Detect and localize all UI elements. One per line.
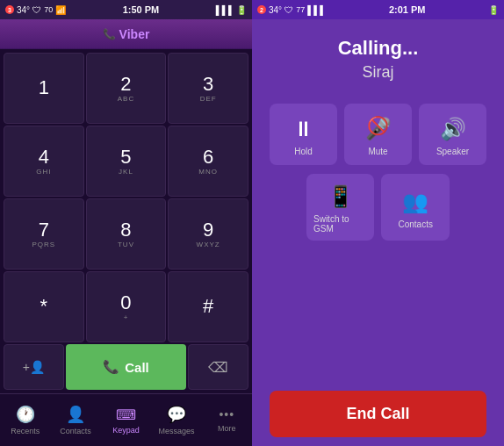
viber-logo: Viber bbox=[103, 27, 150, 41]
key-num-6: 6 bbox=[203, 147, 213, 167]
dial-key-6[interactable]: 6 MNO bbox=[168, 126, 248, 197]
speaker-button[interactable]: 🔊 Speaker bbox=[419, 104, 486, 165]
viber-header: Viber bbox=[0, 19, 252, 49]
key-letters-7: PQRS bbox=[32, 241, 55, 248]
nav-item-keypad[interactable]: ⌨ Keypad bbox=[101, 394, 151, 446]
dial-key-9[interactable]: 9 WXYZ bbox=[168, 198, 248, 270]
key-num-hash: # bbox=[203, 297, 213, 316]
key-letters-5: JKL bbox=[119, 168, 133, 176]
key-num-2: 2 bbox=[120, 75, 131, 94]
call-button[interactable]: 📞 Call bbox=[66, 344, 187, 390]
signal-indicator-left: 3 bbox=[5, 5, 14, 14]
backspace-button[interactable]: ⌫ bbox=[188, 344, 248, 390]
keypad-icon: ⌨ bbox=[116, 406, 136, 423]
status-left-right: 2 34° 🛡 77 ▌▌▌ bbox=[257, 5, 326, 15]
key-num-8: 8 bbox=[120, 220, 131, 240]
controls-row-2: 📱 Switch to GSM 👥 Contacts bbox=[306, 174, 450, 241]
shield-num-left: 70 bbox=[44, 5, 53, 14]
key-letters-4: GHI bbox=[36, 168, 51, 176]
dial-key-2[interactable]: 2 ABC bbox=[86, 53, 167, 124]
right-status-left: ▌▌▌ 🔋 bbox=[216, 5, 247, 15]
mute-label: Mute bbox=[368, 147, 387, 156]
mute-button[interactable]: 🎤🚫 Mute bbox=[344, 104, 412, 165]
recents-icon: 🕐 bbox=[16, 405, 35, 424]
key-num-1: 1 bbox=[39, 78, 49, 97]
mute-icon: 🎤🚫 bbox=[365, 117, 392, 141]
dial-key-4[interactable]: 4 GHI bbox=[4, 126, 84, 197]
status-bar-right: 2 34° 🛡 77 ▌▌▌ 2:01 PM 🔋 bbox=[252, 0, 504, 19]
call-label: Call bbox=[125, 360, 149, 375]
key-letters-9: WXYZ bbox=[197, 241, 220, 248]
calling-status: Calling... bbox=[252, 37, 504, 60]
bottom-nav: 🕐 Recents 👤 Contacts ⌨ Keypad 💬 Messages… bbox=[0, 393, 252, 446]
dial-key-8[interactable]: 8 TUV bbox=[86, 198, 167, 270]
nav-item-more[interactable]: ••• More bbox=[202, 394, 252, 446]
shield-icon-right: 🛡 bbox=[284, 5, 293, 15]
key-num-9: 9 bbox=[203, 220, 213, 240]
temp-left: 34° bbox=[17, 5, 30, 15]
phone-icon-left: 📶 bbox=[55, 5, 66, 15]
nav-item-messages[interactable]: 💬 Messages bbox=[151, 394, 201, 446]
key-letters-6: MNO bbox=[198, 168, 218, 176]
time-left: 1:50 PM bbox=[123, 4, 160, 15]
speaker-icon: 🔊 bbox=[440, 117, 466, 141]
more-icon: ••• bbox=[219, 407, 234, 421]
end-call-button[interactable]: End Call bbox=[270, 391, 486, 437]
add-contact-button[interactable]: +👤 bbox=[4, 344, 64, 390]
messages-label: Messages bbox=[158, 427, 194, 435]
key-letters-0: + bbox=[124, 313, 129, 321]
dial-key-0[interactable]: 0 + bbox=[86, 271, 167, 342]
more-label: More bbox=[218, 424, 236, 433]
contacts-icon: 👤 bbox=[66, 405, 85, 424]
controls-row-1: ⏸ Hold 🎤🚫 Mute 🔊 Speaker bbox=[270, 104, 486, 165]
dial-key-hash[interactable]: # bbox=[168, 271, 248, 342]
key-letters-3: DEF bbox=[200, 95, 217, 103]
key-letters-8: TUV bbox=[118, 241, 134, 248]
switch-gsm-button[interactable]: 📱 Switch to GSM bbox=[306, 174, 375, 241]
viber-title: Viber bbox=[119, 27, 150, 41]
left-panel: 3 34° 🛡 70 📶 1:50 PM ▌▌▌ 🔋 Viber 1 2 ABC bbox=[0, 0, 252, 446]
battery-right: 🔋 bbox=[488, 5, 499, 15]
action-row: +👤 📞 Call ⌫ bbox=[4, 344, 248, 390]
dial-key-star[interactable]: * bbox=[4, 271, 84, 342]
key-num-5: 5 bbox=[120, 147, 131, 167]
keypad-label: Keypad bbox=[112, 426, 140, 435]
contacts-label: Contacts bbox=[60, 427, 91, 435]
key-num-7: 7 bbox=[39, 220, 49, 240]
contacts-icon-right: 👥 bbox=[402, 190, 428, 214]
signal-bars-left: ▌▌▌ bbox=[216, 5, 234, 15]
time-right: 2:01 PM bbox=[389, 4, 426, 15]
signal-right: ▌▌▌ bbox=[307, 5, 326, 15]
battery-level-right: 77 bbox=[296, 5, 305, 14]
backspace-icon: ⌫ bbox=[208, 359, 228, 376]
call-controls: ⏸ Hold 🎤🚫 Mute 🔊 Speaker 📱 Switch to GSM bbox=[252, 95, 504, 446]
key-letters-2: ABC bbox=[118, 95, 134, 103]
speaker-label: Speaker bbox=[436, 147, 469, 156]
right-panel: 2 34° 🛡 77 ▌▌▌ 2:01 PM 🔋 Calling... Sira… bbox=[252, 0, 504, 446]
dial-key-7[interactable]: 7 PQRS bbox=[4, 198, 84, 270]
temp-right: 34° bbox=[269, 5, 282, 15]
signal-indicator-right: 2 bbox=[257, 5, 266, 14]
dial-key-5[interactable]: 5 JKL bbox=[86, 126, 167, 197]
key-num-3: 3 bbox=[203, 75, 213, 94]
status-icons-left: 3 34° 🛡 70 📶 bbox=[5, 5, 66, 15]
battery-left: 🔋 bbox=[236, 5, 247, 15]
switch-gsm-label: Switch to GSM bbox=[313, 214, 368, 234]
messages-icon: 💬 bbox=[167, 405, 186, 424]
contacts-label-right: Contacts bbox=[399, 219, 433, 229]
add-contact-icon: +👤 bbox=[23, 360, 45, 374]
nav-item-contacts[interactable]: 👤 Contacts bbox=[50, 394, 100, 446]
key-num-4: 4 bbox=[39, 147, 49, 167]
key-num-star: * bbox=[40, 297, 48, 316]
hold-label: Hold bbox=[294, 147, 313, 156]
end-call-label: End Call bbox=[346, 405, 409, 422]
shield-icon: 🛡 bbox=[32, 5, 41, 15]
calling-name: Siraj bbox=[252, 63, 504, 82]
dial-key-3[interactable]: 3 DEF bbox=[168, 53, 248, 124]
calling-header: Calling... Siraj bbox=[252, 19, 504, 95]
contacts-button[interactable]: 👥 Contacts bbox=[381, 174, 450, 241]
dial-key-1[interactable]: 1 bbox=[4, 53, 84, 124]
nav-item-recents[interactable]: 🕐 Recents bbox=[0, 394, 50, 446]
recents-label: Recents bbox=[11, 427, 40, 435]
hold-button[interactable]: ⏸ Hold bbox=[270, 104, 337, 165]
